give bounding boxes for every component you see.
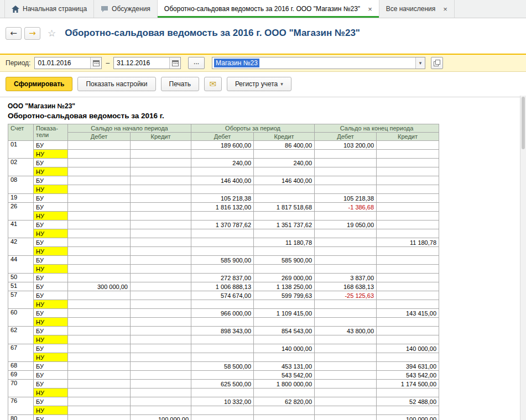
value-cell[interactable] (377, 185, 439, 194)
value-cell[interactable]: 240,00 (191, 159, 254, 167)
value-cell[interactable] (377, 265, 439, 274)
indicator-cell[interactable]: НУ (34, 335, 68, 344)
indicator-cell[interactable]: НУ (34, 353, 68, 362)
value-cell[interactable]: 574 674,00 (191, 291, 254, 300)
value-cell[interactable] (131, 141, 191, 150)
value-cell[interactable] (131, 353, 191, 362)
indicator-cell[interactable]: НУ (34, 318, 68, 327)
value-cell[interactable]: 19 050,00 (315, 221, 377, 229)
indicator-cell[interactable]: НУ (34, 406, 68, 415)
value-cell[interactable]: 11 180,78 (377, 238, 439, 247)
indicator-cell[interactable]: БУ (34, 194, 68, 203)
tab-accruals[interactable]: Все начисления × (379, 0, 455, 18)
value-cell[interactable] (315, 309, 377, 318)
value-cell[interactable] (131, 389, 191, 397)
account-cell[interactable]: 62 (8, 327, 34, 344)
value-cell[interactable] (131, 397, 191, 406)
value-cell[interactable] (254, 406, 315, 415)
account-cell[interactable]: 80 (8, 415, 34, 420)
value-cell[interactable] (131, 274, 191, 282)
value-cell[interactable] (131, 406, 191, 415)
value-cell[interactable] (68, 256, 131, 265)
indicator-cell[interactable]: БУ (34, 282, 68, 291)
value-cell[interactable] (254, 185, 315, 194)
indicator-cell[interactable]: БУ (34, 256, 68, 265)
value-cell[interactable] (315, 300, 377, 309)
value-cell[interactable] (191, 167, 254, 176)
value-cell[interactable] (68, 274, 131, 282)
value-cell[interactable]: 269 000,00 (254, 274, 315, 282)
value-cell[interactable] (68, 309, 131, 318)
value-cell[interactable] (315, 371, 377, 380)
value-cell[interactable] (377, 167, 439, 176)
account-cell[interactable]: 01 (8, 141, 34, 159)
value-cell[interactable]: 272 837,00 (191, 274, 254, 282)
favorite-star-icon[interactable]: ☆ (48, 28, 56, 39)
indicator-cell[interactable]: БУ (34, 291, 68, 300)
back-button[interactable]: ← (6, 27, 22, 40)
value-cell[interactable]: 3 837,00 (315, 274, 377, 282)
value-cell[interactable]: 140 000,00 (254, 344, 315, 353)
value-cell[interactable] (377, 203, 439, 212)
value-cell[interactable] (191, 415, 254, 420)
value-cell[interactable]: 625 500,00 (191, 380, 254, 389)
value-cell[interactable] (254, 229, 315, 238)
value-cell[interactable]: 86 400,00 (254, 141, 315, 150)
value-cell[interactable]: 1 370 787,62 (191, 221, 254, 229)
value-cell[interactable] (131, 265, 191, 274)
value-cell[interactable] (68, 203, 131, 212)
value-cell[interactable] (377, 159, 439, 167)
value-cell[interactable] (131, 256, 191, 265)
value-cell[interactable] (254, 318, 315, 327)
indicator-cell[interactable]: БУ (34, 203, 68, 212)
value-cell[interactable] (131, 335, 191, 344)
value-cell[interactable] (254, 212, 315, 221)
value-cell[interactable] (377, 247, 439, 256)
indicator-cell[interactable]: БУ (34, 238, 68, 247)
account-cell[interactable]: 76 (8, 397, 34, 415)
indicator-cell[interactable]: НУ (34, 265, 68, 274)
value-cell[interactable]: 58 500,00 (191, 362, 254, 371)
value-cell[interactable] (377, 406, 439, 415)
value-cell[interactable]: 143 415,00 (377, 309, 439, 318)
value-cell[interactable] (131, 344, 191, 353)
value-cell[interactable] (377, 229, 439, 238)
account-cell[interactable]: 67 (8, 344, 34, 362)
value-cell[interactable] (131, 176, 191, 185)
value-cell[interactable]: 585 900,00 (254, 256, 315, 265)
value-cell[interactable] (315, 415, 377, 420)
indicator-cell[interactable]: БУ (34, 221, 68, 229)
indicator-cell[interactable]: БУ (34, 274, 68, 282)
forward-button[interactable]: → (24, 27, 40, 40)
value-cell[interactable]: 168 638,13 (315, 282, 377, 291)
value-cell[interactable] (315, 159, 377, 167)
value-cell[interactable] (131, 380, 191, 389)
value-cell[interactable]: 585 900,00 (191, 256, 254, 265)
value-cell[interactable] (377, 282, 439, 291)
close-icon[interactable]: × (443, 6, 447, 13)
value-cell[interactable]: 52 488,00 (377, 397, 439, 406)
value-cell[interactable] (315, 229, 377, 238)
value-cell[interactable] (68, 194, 131, 203)
value-cell[interactable] (254, 300, 315, 309)
organization-field[interactable]: Магазин №23 ▾ (212, 57, 425, 69)
value-cell[interactable] (191, 238, 254, 247)
value-cell[interactable] (315, 397, 377, 406)
value-cell[interactable] (377, 291, 439, 300)
value-cell[interactable] (191, 335, 254, 344)
value-cell[interactable] (191, 229, 254, 238)
value-cell[interactable] (254, 415, 315, 420)
account-cell[interactable]: 60 (8, 309, 34, 327)
value-cell[interactable] (131, 318, 191, 327)
value-cell[interactable] (377, 274, 439, 282)
value-cell[interactable] (68, 397, 131, 406)
indicator-cell[interactable]: БУ (34, 141, 68, 150)
value-cell[interactable]: 140 000,00 (377, 344, 439, 353)
value-cell[interactable] (377, 327, 439, 335)
account-cell[interactable]: 51 (8, 282, 34, 291)
value-cell[interactable] (315, 389, 377, 397)
value-cell[interactable] (68, 389, 131, 397)
indicator-cell[interactable]: БУ (34, 327, 68, 335)
indicator-cell[interactable]: НУ (34, 389, 68, 397)
chevron-down-icon[interactable]: ▾ (415, 57, 425, 69)
